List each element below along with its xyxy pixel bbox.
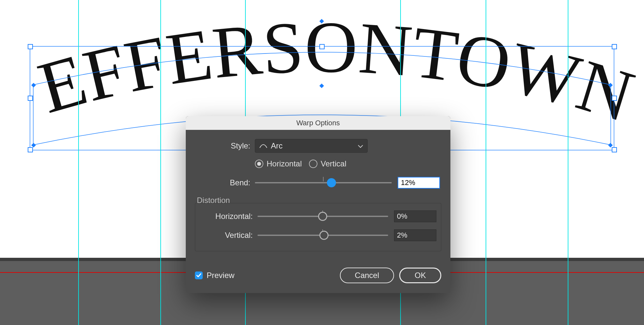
style-value: Arc	[271, 141, 283, 150]
svg-rect-10	[28, 96, 33, 101]
svg-rect-8	[320, 44, 324, 49]
bend-value-input[interactable]	[398, 177, 440, 189]
guide-vertical[interactable]	[486, 0, 486, 325]
preview-checkbox[interactable]: Preview	[195, 271, 234, 280]
distortion-group: Horizontal: Vertical:	[195, 203, 441, 251]
svg-rect-7	[612, 147, 617, 152]
svg-rect-14	[31, 143, 36, 147]
svg-rect-12	[31, 83, 36, 87]
distortion-horizontal-slider[interactable]	[257, 212, 388, 221]
cancel-button[interactable]: Cancel	[340, 268, 394, 283]
svg-rect-15	[608, 143, 613, 147]
distortion-vertical-input[interactable]	[394, 229, 436, 241]
style-label: Style:	[195, 141, 255, 150]
bend-slider-thumb[interactable]	[327, 178, 336, 187]
distortion-horizontal-label: Horizontal:	[200, 212, 257, 221]
canvas[interactable]: JEFFERSONTOWN	[0, 0, 644, 325]
guide-vertical[interactable]	[160, 0, 161, 325]
svg-rect-17	[319, 84, 324, 88]
slider-thumb[interactable]	[318, 212, 327, 221]
radio-label: Vertical	[321, 159, 346, 168]
style-dropdown[interactable]: Arc	[255, 139, 368, 153]
chevron-down-icon	[358, 141, 363, 150]
radio-label: Horizontal	[267, 159, 302, 168]
svg-rect-13	[608, 83, 613, 87]
dialog-title[interactable]: Warp Options	[186, 116, 450, 130]
orientation-horizontal-radio[interactable]: Horizontal	[255, 159, 302, 168]
svg-rect-6	[28, 147, 33, 152]
distortion-vertical-label: Vertical:	[200, 231, 257, 240]
warp-options-dialog[interactable]: Warp Options Style: Arc Horizontal	[186, 116, 450, 293]
bend-slider[interactable]	[255, 178, 392, 187]
orientation-vertical-radio[interactable]: Vertical	[309, 159, 346, 168]
distortion-horizontal-input[interactable]	[394, 210, 436, 222]
svg-rect-5	[612, 44, 617, 49]
arc-icon	[259, 141, 268, 150]
svg-rect-16	[319, 19, 324, 23]
slider-thumb[interactable]	[319, 231, 329, 240]
checkbox-checked-icon	[195, 271, 203, 279]
svg-rect-4	[28, 44, 33, 49]
guide-vertical[interactable]	[568, 0, 568, 325]
bend-label: Bend:	[195, 178, 255, 187]
guide-vertical[interactable]	[78, 0, 79, 325]
preview-label: Preview	[207, 271, 234, 280]
ok-button[interactable]: OK	[399, 268, 441, 283]
svg-rect-11	[612, 96, 617, 101]
orientation-radio-group: Horizontal Vertical	[255, 159, 441, 168]
distortion-vertical-slider[interactable]	[257, 231, 388, 240]
